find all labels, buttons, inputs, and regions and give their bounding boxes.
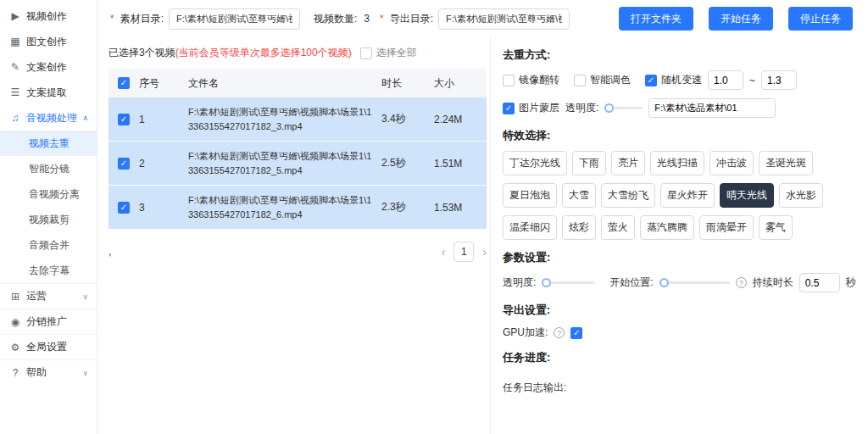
material-dir-input[interactable]: [169, 8, 300, 30]
mirror-flip-option[interactable]: 镜像翻转: [503, 73, 559, 87]
row-duration: 2.5秒: [381, 156, 434, 170]
row-size: 1.53M: [434, 202, 485, 214]
video-list-panel: 已选择3个视频 (当前会员等级单次最多选择100个视频) 选择全部 序号 文件名…: [108, 46, 487, 262]
sidebar-item-distribution[interactable]: ◉ 分销推广: [0, 309, 97, 334]
image-mask-option[interactable]: 图片蒙层: [503, 101, 559, 115]
smart-tone-checkbox[interactable]: [574, 75, 586, 86]
slider-handle[interactable]: [542, 278, 551, 287]
sidebar-subitem-label: 视频去重: [29, 136, 88, 151]
params-row: 透明度: 开始位置: ? 持续时长 秒: [503, 273, 861, 292]
select-all-checkbox[interactable]: [360, 47, 372, 59]
sidebar-item-image-text-create[interactable]: ▦ 图文创作: [0, 29, 97, 54]
gpu-accel-checkbox[interactable]: [570, 327, 582, 339]
mask-opacity-label: 透明度:: [565, 101, 598, 115]
required-mark: *: [110, 13, 114, 25]
sidebar-item-label: 视频创作: [26, 9, 88, 24]
image-mask-row: 图片蒙层 透明度:: [503, 98, 861, 118]
table-row[interactable]: 3 F:\素材\短剧测试\至尊丐婿\视频脚本\场景1\1336315542701…: [108, 186, 487, 230]
chevron-down-icon: ∨: [82, 369, 88, 377]
opacity-slider[interactable]: [542, 278, 595, 287]
prev-page-icon[interactable]: ‹: [442, 245, 446, 259]
table-row[interactable]: 1 F:\素材\短剧测试\至尊丐婿\视频脚本\场景1\1336315542701…: [108, 97, 487, 142]
row-checkbox[interactable]: [118, 158, 130, 170]
sidebar-item-operation[interactable]: ⊞ 运营 ∨: [0, 283, 97, 309]
sidebar-item-global-settings[interactable]: ⚙ 全局设置: [0, 334, 97, 359]
export-dir-label: 导出目录:: [390, 12, 433, 26]
effect-button[interactable]: 雾气: [759, 215, 793, 240]
sidebar-item-av-processing[interactable]: ♫ 音视频处理 ∧: [0, 105, 97, 131]
header-checkbox[interactable]: [118, 77, 130, 89]
effect-button[interactable]: 亮片: [611, 151, 645, 175]
effect-button[interactable]: 炫彩: [562, 215, 596, 240]
duration-unit: 秒: [846, 275, 856, 290]
table-row[interactable]: 2 F:\素材\短剧测试\至尊丐婿\视频脚本\场景1\1336315542701…: [108, 142, 487, 186]
slider-handle[interactable]: [659, 278, 669, 287]
list-icon: ☰: [8, 86, 22, 98]
sidebar-subitem-audio-merge[interactable]: 音频合并: [0, 232, 97, 258]
sidebar-item-copy-extract[interactable]: ☰ 文案提取: [0, 80, 97, 105]
sidebar-subitem-label: 音视频分离: [29, 187, 88, 202]
next-page-icon[interactable]: ›: [482, 245, 487, 259]
sidebar-subitem-label: 智能分镜: [29, 162, 88, 176]
effect-button[interactable]: 下雨: [572, 151, 606, 175]
pagination: ‹ 1 ›: [108, 242, 487, 262]
effect-button[interactable]: 圣诞光斑: [759, 151, 813, 175]
start-task-button[interactable]: 开始任务: [709, 7, 773, 31]
sidebar-item-label: 音视频处理: [26, 111, 79, 125]
effect-button[interactable]: 夏日泡泡: [503, 183, 557, 208]
sidebar-subitem-video-dedup[interactable]: 视频去重: [0, 131, 97, 156]
effect-button[interactable]: 雨滴晕开: [699, 215, 754, 240]
effect-button[interactable]: 星火炸开: [660, 183, 715, 208]
dedup-section-title: 去重方式:: [503, 47, 861, 63]
video-count-label: 视频数量:: [314, 12, 357, 26]
row-checkbox[interactable]: [118, 114, 130, 125]
effect-button[interactable]: 水光影: [779, 183, 823, 208]
required-mark: *: [380, 13, 384, 25]
dedup-options-row: 镜像翻转 智能调色 随机变速 ~: [503, 70, 861, 90]
effects-grid: 丁达尔光线 下雨 亮片 光线扫描 冲击波 圣诞光斑 夏日泡泡 大雪 大雪纷飞 星…: [503, 151, 867, 240]
speed-min-input[interactable]: [708, 70, 743, 90]
start-position-slider[interactable]: [659, 278, 730, 287]
duration-input[interactable]: [799, 273, 840, 292]
smart-tone-label: 智能调色: [590, 73, 631, 87]
export-dir-input[interactable]: [438, 8, 570, 30]
speed-max-input[interactable]: [761, 70, 797, 90]
sidebar-item-copy-create[interactable]: ✎ 文案创作: [0, 54, 97, 80]
sidebar-item-help[interactable]: ? 帮助 ∨: [0, 359, 97, 385]
smart-tone-option[interactable]: 智能调色: [574, 73, 631, 87]
sidebar-item-label: 全局设置: [26, 340, 88, 354]
sidebar-subitem-remove-subtitle[interactable]: 去除字幕: [0, 258, 97, 283]
effect-button[interactable]: 光线扫描: [650, 151, 704, 175]
effect-button[interactable]: 大雪纷飞: [601, 183, 655, 208]
effect-button[interactable]: 萤火: [601, 215, 635, 240]
slider-rail: [614, 107, 643, 109]
effect-button[interactable]: 温柔细闪: [503, 215, 557, 240]
effect-button[interactable]: 大雪: [562, 183, 596, 208]
select-all-control[interactable]: 选择全部: [360, 46, 417, 60]
random-speed-option[interactable]: 随机变速: [645, 73, 702, 87]
mask-path-input[interactable]: [648, 98, 776, 118]
mirror-flip-checkbox[interactable]: [503, 75, 515, 86]
random-speed-checkbox[interactable]: [645, 75, 657, 86]
sidebar-item-video-create[interactable]: ▶ 视频创作: [0, 3, 97, 29]
effect-button[interactable]: 丁达尔光线: [503, 151, 567, 175]
open-folder-button[interactable]: 打开文件夹: [619, 7, 693, 31]
header-index: 序号: [139, 76, 188, 91]
sidebar-subitem-av-separate[interactable]: 音视频分离: [0, 181, 97, 207]
row-checkbox[interactable]: [118, 202, 130, 214]
effect-button[interactable]: 蒸汽腾腾: [640, 215, 694, 240]
selected-count-text: 已选择3个视频: [108, 46, 175, 60]
topbar: * 素材目录: 视频数量: 3 * 导出目录: 打开文件夹 开始任务 停止任务: [98, 0, 868, 37]
image-mask-checkbox[interactable]: [503, 103, 515, 114]
page-number-button[interactable]: 1: [453, 242, 474, 262]
sidebar-subitem-smart-storyboard[interactable]: 智能分镜: [0, 156, 97, 181]
params-section-title: 参数设置:: [503, 250, 861, 265]
effect-button-selected[interactable]: 晴天光线: [720, 183, 774, 208]
stop-task-button[interactable]: 停止任务: [788, 7, 853, 31]
effect-button[interactable]: 冲击波: [709, 151, 754, 175]
slider-handle[interactable]: [604, 103, 614, 113]
mask-opacity-slider[interactable]: [604, 103, 643, 113]
sidebar-subitem-video-crop[interactable]: 视频裁剪: [0, 207, 97, 232]
slider-rail: [551, 281, 595, 284]
opacity-label: 透明度:: [503, 275, 536, 290]
